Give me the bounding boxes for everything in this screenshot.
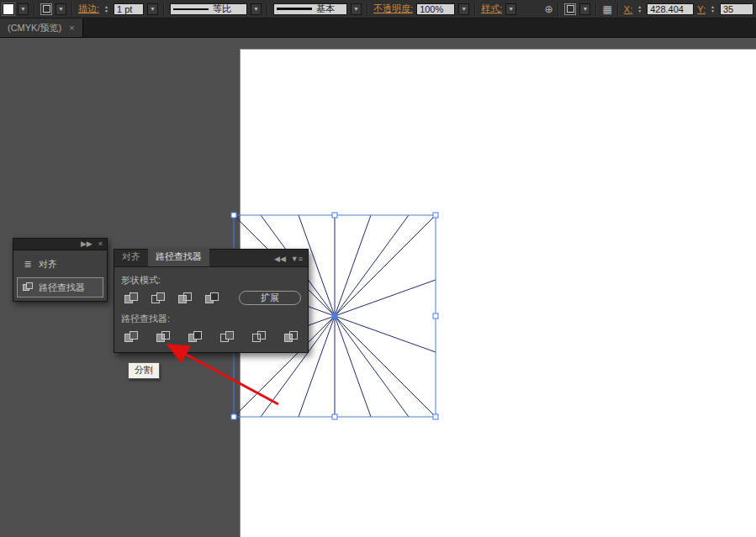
separator xyxy=(595,3,597,16)
x-label[interactable]: X: xyxy=(624,4,632,14)
pathfinders-label: 路径查找器: xyxy=(121,313,301,325)
crop-button[interactable] xyxy=(217,329,237,344)
fill-color-swatch[interactable] xyxy=(3,3,14,15)
separator xyxy=(558,3,559,16)
brush-value: 基本 xyxy=(316,3,335,15)
preferences-icon[interactable] xyxy=(564,3,576,15)
outline-button[interactable] xyxy=(249,329,269,344)
stroke-dropdown-arrow[interactable]: ▼ xyxy=(56,3,66,15)
profile-dropdown[interactable]: ▼ xyxy=(251,3,262,15)
align-icon: ≣ xyxy=(22,259,34,270)
divide-button[interactable] xyxy=(121,329,141,344)
document-tab[interactable]: (CMYK/预览) × xyxy=(0,18,83,37)
document-tab-bar: (CMYK/预览) × xyxy=(0,18,756,38)
minus-back-button[interactable] xyxy=(281,329,301,344)
separator xyxy=(34,3,35,16)
opacity-dropdown[interactable]: ▼ xyxy=(458,3,469,15)
separator xyxy=(267,3,268,16)
dock-item-align[interactable]: ≣ 对齐 xyxy=(17,254,103,274)
intersect-button[interactable] xyxy=(175,291,195,305)
style-dropdown[interactable]: ▼ xyxy=(505,3,516,15)
panel-menu-icon[interactable]: ▼≡ xyxy=(291,255,303,263)
separator xyxy=(617,3,619,16)
x-stepper[interactable]: ▲▼ xyxy=(636,5,643,13)
reference-point-grid-icon[interactable]: ▦ xyxy=(602,3,611,15)
brush-select[interactable]: 基本 xyxy=(273,3,347,15)
document-setup-icon[interactable]: ⊕ xyxy=(544,3,552,15)
shape-modes-label: 形状模式: xyxy=(121,274,301,287)
opacity-label[interactable]: 不透明度: xyxy=(373,3,413,15)
document-tab-label: (CMYK/预览) xyxy=(8,22,61,34)
profile-line-preview xyxy=(173,8,209,10)
pathfinder-panel: 对齐 路径查找器 ◀◀ ▼≡ 形状模式: 扩展 路径查找器: xyxy=(114,249,309,353)
panel-dock: ▶▶ × ≣ 对齐 路径查找器 xyxy=(13,238,108,302)
panel-dock-body: ≣ 对齐 路径查找器 xyxy=(13,250,108,302)
exclude-button[interactable] xyxy=(202,291,222,305)
control-bar: ▼ ▼ 描边: ▲▼ 1 pt ▼ 等比 ▼ 基本 ▼ 不透明度: 100% ▼… xyxy=(0,0,756,18)
unite-button[interactable] xyxy=(121,291,141,305)
stroke-weight-field[interactable]: 1 pt xyxy=(114,3,144,15)
dock-close-icon[interactable]: × xyxy=(98,239,103,250)
separator xyxy=(71,3,73,16)
width-profile-select[interactable]: 等比 xyxy=(170,3,247,15)
minus-front-button[interactable] xyxy=(148,291,168,305)
dock-item-label: 路径查找器 xyxy=(39,282,85,294)
pathfinder-panel-tabs: 对齐 路径查找器 ◀◀ ▼≡ xyxy=(114,250,308,267)
tab-align[interactable]: 对齐 xyxy=(114,248,148,266)
dock-item-label: 对齐 xyxy=(39,258,57,271)
dock-expand-icon[interactable]: ▶▶ xyxy=(81,239,93,250)
y-label[interactable]: Y: xyxy=(697,4,706,14)
y-field[interactable]: 35 xyxy=(720,3,753,15)
brush-dropdown[interactable]: ▼ xyxy=(351,3,362,15)
brush-line-preview xyxy=(277,8,312,10)
separator xyxy=(163,3,165,16)
tab-close-icon[interactable]: × xyxy=(69,23,74,33)
stroke-label[interactable]: 描边: xyxy=(78,3,99,15)
panel-collapse-icon[interactable]: ◀◀ xyxy=(274,255,286,263)
fill-dropdown-arrow[interactable]: ▼ xyxy=(18,3,29,15)
preferences-dropdown[interactable]: ▼ xyxy=(579,3,590,15)
style-label[interactable]: 样式: xyxy=(481,3,502,15)
pathfinder-icon xyxy=(22,282,34,292)
stroke-weight-stepper[interactable]: ▲▼ xyxy=(103,5,110,13)
tab-pathfinder[interactable]: 路径查找器 xyxy=(148,248,209,266)
pathfinders-row xyxy=(121,329,301,344)
pathfinder-panel-body: 形状模式: 扩展 路径查找器: xyxy=(114,267,308,352)
stroke-weight-dropdown[interactable]: ▼ xyxy=(147,3,158,15)
x-field[interactable]: 428.404 xyxy=(647,3,694,15)
separator xyxy=(367,3,368,16)
dock-item-pathfinder[interactable]: 路径查找器 xyxy=(17,277,103,297)
divide-tooltip: 分割 xyxy=(128,362,160,379)
merge-button[interactable] xyxy=(185,329,205,344)
profile-value: 等比 xyxy=(213,3,231,15)
trim-button[interactable] xyxy=(153,329,173,344)
opacity-field[interactable]: 100% xyxy=(416,3,455,15)
y-stepper[interactable]: ▲▼ xyxy=(709,5,716,13)
separator xyxy=(474,3,476,16)
shape-modes-row: 扩展 xyxy=(121,291,301,305)
stroke-box-icon[interactable] xyxy=(40,3,52,15)
panel-dock-header[interactable]: ▶▶ × xyxy=(13,238,108,250)
expand-button[interactable]: 扩展 xyxy=(239,291,301,305)
